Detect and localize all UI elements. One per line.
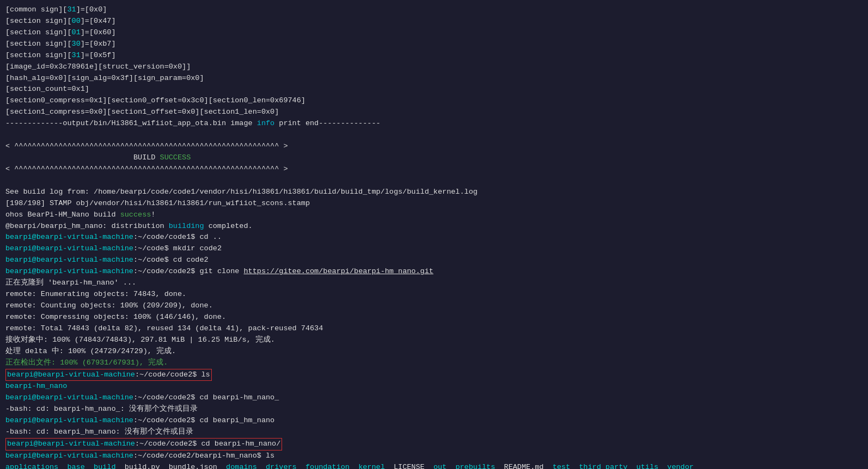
terminal-line: bearpi@bearpi-virtual-machine:~/code$ mk…: [5, 243, 863, 255]
terminal-line: [section sign][01]=[0x60]: [5, 27, 863, 39]
terminal-line: -------------output/bin/Hi3861_wifiiot_a…: [5, 118, 863, 129]
terminal-line: < ^^^^^^^^^^^^^^^^^^^^^^^^^^^^^^^^^^^^^^…: [5, 164, 863, 175]
terminal-line: 正在检出文件: 100% (67931/67931), 完成.: [5, 357, 863, 369]
terminal-line: [5, 129, 863, 141]
terminal: [common sign][31]=[0x0] [section sign][0…: [0, 0, 868, 469]
terminal-line: [image_id=0x3c78961e][struct_version=0x0…: [5, 61, 863, 73]
terminal-line: remote: Total 74843 (delta 82), reused 1…: [5, 323, 863, 335]
terminal-line: remote: Counting objects: 100% (209/209)…: [5, 300, 863, 312]
ls-output: applications base build build.py bundle.…: [5, 462, 863, 469]
terminal-line: bearpi@bearpi-virtual-machine:~/code/cod…: [5, 266, 863, 277]
terminal-line: @bearpi/bearpi_hm_nano: distribution bui…: [5, 221, 863, 232]
terminal-line: [section_count=0x1]: [5, 84, 863, 95]
terminal-line: remote: Compressing objects: 100% (146/1…: [5, 312, 863, 323]
terminal-line: bearpi@bearpi-virtual-machine:~/code/cod…: [5, 232, 863, 243]
terminal-line: BUILD SUCCESS: [5, 152, 863, 164]
terminal-line: bearpi-hm_nano: [5, 381, 863, 392]
terminal-line: bearpi@bearpi-virtual-machine:~/code$ cd…: [5, 255, 863, 266]
terminal-line: bearpi@bearpi-virtual-machine:~/code/cod…: [5, 451, 863, 462]
terminal-line: 正在克隆到 'bearpi-hm_nano' ...: [5, 277, 863, 289]
terminal-line: -bash: cd: bearpi_hm_nano: 没有那个文件或目录: [5, 427, 863, 438]
terminal-line: ohos BearPi-HM_Nano build success!: [5, 209, 863, 221]
terminal-line: [section sign][00]=[0x47]: [5, 16, 863, 27]
terminal-line: bearpi@bearpi-virtual-machine:~/code/cod…: [5, 392, 863, 404]
terminal-line: See build log from: /home/bearpi/code/co…: [5, 187, 863, 198]
terminal-line: [5, 175, 863, 187]
terminal-line-highlighted2: bearpi@bearpi-virtual-machine:~/code/cod…: [5, 438, 863, 451]
terminal-line: [section1_compress=0x0][section1_offset=…: [5, 107, 863, 118]
terminal-line: [198/198] STAMP obj/vendor/hisi/hi3861/h…: [5, 198, 863, 209]
terminal-line-highlighted: bearpi@bearpi-virtual-machine:~/code/cod…: [5, 369, 863, 381]
terminal-line: -bash: cd: bearpi-hm_nano_: 没有那个文件或目录: [5, 404, 863, 415]
terminal-line: [section sign][31]=[0x5f]: [5, 50, 863, 61]
terminal-line: 接收对象中: 100% (74843/74843), 297.81 MiB | …: [5, 335, 863, 346]
terminal-line: [hash_alg=0x0][sign_alg=0x3f][sign_param…: [5, 73, 863, 84]
terminal-line: [section sign][30]=[0xb7]: [5, 39, 863, 50]
terminal-line: bearpi@bearpi-virtual-machine:~/code/cod…: [5, 415, 863, 427]
terminal-line: remote: Enumerating objects: 74843, done…: [5, 289, 863, 300]
terminal-line: [common sign][31]=[0x0]: [5, 4, 863, 16]
terminal-line: < ^^^^^^^^^^^^^^^^^^^^^^^^^^^^^^^^^^^^^^…: [5, 141, 863, 152]
terminal-line: 处理 delta 中: 100% (24729/24729), 完成.: [5, 346, 863, 357]
terminal-line: [section0_compress=0x1][section0_offset=…: [5, 95, 863, 107]
